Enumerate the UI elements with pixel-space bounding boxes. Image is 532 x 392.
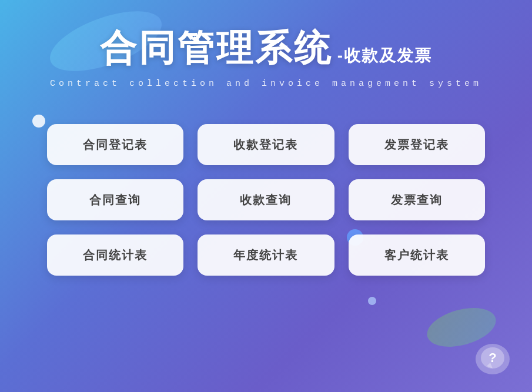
menu-btn-collection-register[interactable]: 收款登记表 bbox=[198, 124, 334, 165]
menu-grid: 合同登记表 收款登记表 发票登记表 合同查询 收款查询 发票查询 合同统计表 年… bbox=[0, 95, 532, 299]
title-suffix: -收款及发票 bbox=[337, 45, 432, 73]
menu-btn-invoice-register[interactable]: 发票登记表 bbox=[349, 124, 485, 165]
title-chinese: 合同管理系统 bbox=[100, 24, 333, 73]
menu-btn-customer-stats[interactable]: 客户统计表 bbox=[349, 234, 485, 276]
svg-text:?: ? bbox=[488, 350, 496, 365]
menu-btn-collection-query[interactable]: 收款查询 bbox=[198, 179, 334, 220]
menu-btn-invoice-query[interactable]: 发票查询 bbox=[349, 179, 485, 220]
help-icon: ? bbox=[480, 346, 506, 372]
help-button[interactable]: ? bbox=[476, 344, 510, 374]
subtitle: Contract collection and invoice manageme… bbox=[0, 79, 532, 89]
menu-btn-contract-stats[interactable]: 合同统计表 bbox=[47, 234, 183, 276]
menu-btn-contract-query[interactable]: 合同查询 bbox=[47, 179, 183, 220]
header: 合同管理系统 -收款及发票 Contract collection and in… bbox=[0, 0, 532, 89]
main-title: 合同管理系统 -收款及发票 bbox=[0, 24, 532, 73]
menu-btn-annual-stats[interactable]: 年度统计表 bbox=[198, 234, 334, 276]
menu-btn-contract-register[interactable]: 合同登记表 bbox=[47, 124, 183, 165]
